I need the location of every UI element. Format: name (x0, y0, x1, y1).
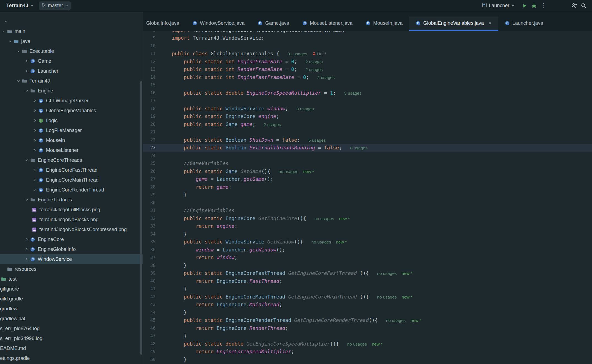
line-number[interactable]: 29 (143, 192, 172, 197)
line-number[interactable]: 33 (143, 223, 172, 229)
code-line[interactable]: 13 public static int RenderFrameRate = 0… (143, 65, 592, 73)
usages-hint[interactable]: no usages (279, 169, 298, 174)
new-hint[interactable]: new * (303, 169, 314, 174)
code-line[interactable]: 34 } (143, 230, 592, 238)
chevron-right-icon[interactable] (31, 178, 39, 182)
code-line[interactable]: 44 } (143, 308, 592, 316)
code-line[interactable]: 24 (143, 152, 592, 160)
tree-item-s_err_pid34996.log[interactable]: s_err_pid34996.log (0, 333, 143, 343)
line-number[interactable]: 10 (143, 43, 172, 48)
line-number[interactable]: 25 (143, 161, 172, 166)
chevron-right-icon[interactable] (31, 129, 39, 132)
usages-hint[interactable]: 2 usages (264, 122, 281, 127)
tree-item-uild.gradle[interactable]: uild.gradle (0, 294, 143, 304)
chevron-right-icon[interactable] (23, 248, 30, 251)
chevron-right-icon[interactable] (23, 258, 30, 261)
line-number[interactable]: 8 (143, 31, 172, 33)
code-line[interactable]: 15 (143, 81, 592, 89)
tree-item-Executable[interactable]: Executable (0, 46, 143, 56)
tree-item-EngineCore[interactable]: CEngineCore (0, 234, 143, 244)
line-number[interactable]: 26 (143, 169, 172, 174)
chevron-right-icon[interactable] (31, 168, 39, 172)
code-line[interactable]: 50 } (143, 355, 592, 363)
tree-item-Terrain4J[interactable]: Terrain4J (0, 76, 143, 86)
line-number[interactable]: 36 (143, 247, 172, 252)
tree-item-GLFWImageParser[interactable]: CGLFWImageParser (0, 96, 143, 106)
code-line[interactable]: 8import Terrain4J.EngineCoreThreads.Engi… (143, 31, 592, 34)
tree-item-GlobalEngineVariables[interactable]: CGlobalEngineVariables (0, 106, 143, 116)
chevron-right-icon[interactable] (23, 59, 30, 63)
code-line[interactable]: 47 } (143, 332, 592, 340)
code-line[interactable]: 36 window = Launcher.getWindow(); (143, 246, 592, 254)
tree-scrollbar[interactable] (140, 81, 142, 355)
line-number[interactable]: 34 (143, 231, 172, 237)
project-widget[interactable]: Terrain4J (4, 1, 36, 10)
line-number[interactable]: 35 (143, 239, 172, 244)
new-hint[interactable]: new * (339, 216, 350, 221)
code-line[interactable]: 48 public static double GetEngineCoreSpe… (143, 340, 592, 348)
line-number[interactable]: 39 (143, 270, 172, 276)
line-number[interactable]: 42 (143, 294, 172, 299)
code-line[interactable]: 22 public static Boolean ShutDown = fals… (143, 136, 592, 144)
line-number[interactable]: 43 (143, 302, 172, 307)
debug-button[interactable] (529, 1, 539, 10)
tree-item-EngineCoreFastThread[interactable]: CEngineCoreFastThread (0, 165, 143, 175)
chevron-down-icon[interactable] (4, 19, 7, 24)
line-number[interactable]: 48 (143, 341, 172, 346)
line-number[interactable]: 40 (143, 278, 172, 284)
line-number[interactable]: 31 (143, 208, 172, 213)
line-number[interactable]: 49 (143, 349, 172, 354)
usages-hint[interactable]: no usages (347, 342, 367, 347)
code-line[interactable]: 20 public static Game game;2 usages (143, 120, 592, 128)
tab-WindowService.java[interactable]: CWindowService.java (186, 17, 251, 31)
code-line[interactable]: 42 public static EngineCoreMainThread Ge… (143, 293, 592, 301)
code-line[interactable]: 14 public static int EngineFastFrameRate… (143, 73, 592, 81)
chevron-right-icon[interactable] (31, 139, 39, 142)
code-line[interactable]: 35 public static WindowService GetWindow… (143, 238, 592, 246)
line-number[interactable]: 47 (143, 333, 172, 338)
code-line[interactable]: 17 (143, 97, 592, 105)
line-number[interactable]: 13 (143, 67, 172, 72)
vcs-branch-widget[interactable]: master (39, 1, 71, 10)
code-line[interactable]: 9import Terrain4J.WindowService; (143, 34, 592, 42)
usages-hint[interactable]: 2 usages (305, 67, 323, 72)
line-number[interactable]: 38 (143, 263, 172, 268)
line-number[interactable]: 32 (143, 216, 172, 221)
new-hint[interactable]: new * (411, 318, 421, 323)
chevron-right-icon[interactable] (31, 99, 39, 102)
chevron-down-icon[interactable] (15, 79, 22, 83)
code-line[interactable]: 39 public static EngineCoreFastThread Ge… (143, 269, 592, 277)
line-number[interactable]: 28 (143, 184, 172, 190)
tree-item-Launcher[interactable]: CLauncher (0, 66, 143, 76)
chevron-right-icon[interactable] (31, 119, 39, 122)
line-number[interactable]: 27 (143, 176, 172, 182)
tree-item-EADME.md[interactable]: EADME.md (0, 343, 143, 353)
line-number[interactable]: 14 (143, 75, 172, 80)
chevron-down-icon[interactable] (0, 30, 7, 33)
chevron-down-icon[interactable] (23, 89, 30, 92)
usages-hint[interactable]: no usages (377, 271, 397, 276)
line-number[interactable]: 18 (143, 106, 172, 111)
code-line[interactable]: 19 public static EngineCore engine; (143, 113, 592, 121)
line-number[interactable]: 50 (143, 357, 172, 362)
code-line[interactable]: 16 public static double EngineCoreSpeedM… (143, 89, 592, 97)
tree-item-test[interactable]: test (0, 274, 143, 284)
tab-MouseListener.java[interactable]: CMouseListener.java (296, 17, 359, 31)
run-button[interactable] (520, 1, 529, 10)
chevron-down-icon[interactable] (23, 158, 30, 162)
chevron-down-icon[interactable] (15, 50, 22, 53)
code-line[interactable]: 32 public static EngineCore GetEngineCor… (143, 214, 592, 222)
tree-item-EngineCoreThreads[interactable]: EngineCoreThreads (0, 155, 143, 165)
tree-item-terrain4JlogoNoBlocksCompressed.png[interactable]: terrain4JlogoNoBlocksCompressed.png (0, 225, 143, 234)
tree-item-Game[interactable]: CGame (0, 56, 143, 66)
usages-hint[interactable]: no usages (377, 295, 397, 300)
new-hint[interactable]: new * (336, 240, 347, 245)
code-line[interactable]: 26 public static Game GetGame(){no usage… (143, 167, 592, 175)
tree-item-resources[interactable]: resources (0, 264, 143, 274)
code-line[interactable]: 10 (143, 42, 592, 50)
tree-item-gradlew[interactable]: gradlew (0, 304, 143, 314)
usages-hint[interactable]: no usages (386, 318, 406, 323)
code-line[interactable]: 29 } (143, 191, 592, 199)
line-number[interactable]: 11 (143, 51, 172, 56)
line-number[interactable]: 12 (143, 59, 172, 64)
